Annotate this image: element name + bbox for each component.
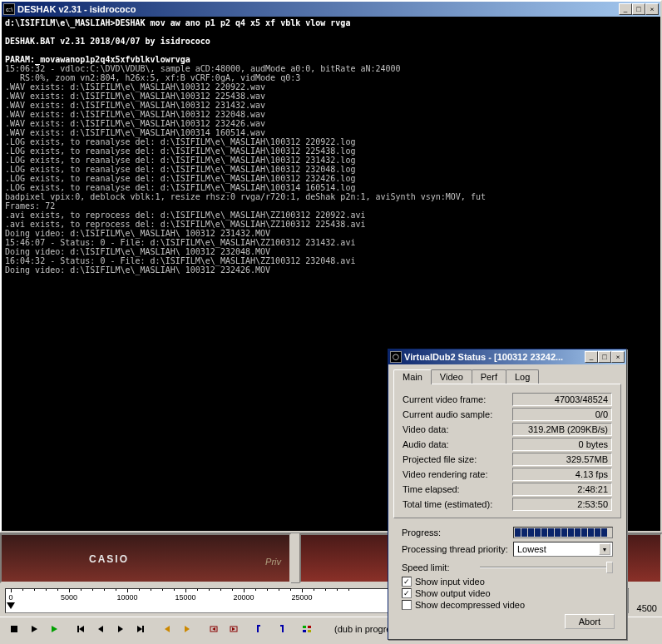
slider-thumb[interactable]: [606, 562, 613, 573]
play-input-button[interactable]: [25, 620, 43, 638]
show-decomp-checkbox[interactable]: [402, 600, 412, 610]
status-label: Time elapsed:: [403, 484, 460, 494]
status-value: 0/0: [512, 408, 612, 421]
status-label: Total time (estimated):: [403, 499, 492, 509]
scene-prev-button[interactable]: [205, 620, 223, 638]
svg-marker-14: [232, 627, 235, 631]
svg-marker-1: [32, 626, 37, 632]
status-value: 4.13 fps: [512, 468, 612, 481]
show-input-label: Show input video: [415, 577, 485, 587]
status-label: Video rendering rate:: [403, 469, 488, 479]
tick-label: 10000: [116, 593, 137, 602]
maximize-button[interactable]: □: [632, 3, 645, 15]
console-titlebar[interactable]: c:\ DESHAK v2.31 - isidrococo _ □ ×: [2, 2, 660, 17]
status-label: Video data:: [403, 424, 448, 434]
priority-label: Processing thread priority:: [402, 544, 508, 554]
priority-dropdown[interactable]: Lowest ▼: [513, 542, 613, 557]
console-title: DESHAK v2.31 - isidrococo: [17, 4, 619, 14]
tab-video[interactable]: Video: [431, 369, 472, 384]
status-lower-panel: Progress: Processing thread priority: Lo…: [393, 523, 621, 617]
stop-button[interactable]: [5, 620, 23, 638]
svg-marker-12: [212, 627, 215, 631]
video-brand-text: CASIO: [89, 553, 129, 565]
abort-button[interactable]: Abort: [565, 614, 615, 629]
status-value: 47003/48524: [512, 393, 612, 406]
status-tabs: Main Video Perf Log: [388, 364, 626, 384]
video-text-fragment: Priv: [265, 557, 281, 567]
speed-label: Speed limit:: [402, 562, 449, 572]
timeline-marker[interactable]: [7, 602, 15, 611]
svg-rect-15: [303, 626, 306, 628]
svg-marker-9: [165, 626, 170, 632]
show-input-checkbox[interactable]: ✓: [402, 577, 412, 587]
tab-perf[interactable]: Perf: [472, 369, 506, 384]
filter-button[interactable]: [298, 620, 316, 638]
show-output-checkbox[interactable]: ✓: [402, 588, 412, 598]
svg-rect-3: [77, 626, 79, 632]
svg-marker-8: [137, 626, 142, 632]
progress-label: Progress:: [402, 528, 441, 537]
svg-marker-2: [52, 626, 57, 632]
status-label: Current audio sample:: [403, 409, 492, 419]
key-prev-button[interactable]: [158, 620, 176, 638]
tab-log[interactable]: Log: [506, 369, 539, 384]
svg-rect-17: [303, 630, 306, 632]
tab-main[interactable]: Main: [393, 369, 432, 384]
mark-in-button[interactable]: [251, 620, 269, 638]
status-value: 2:48:21: [512, 483, 612, 496]
minimize-button[interactable]: _: [619, 3, 632, 15]
scene-next-button[interactable]: [225, 620, 243, 638]
tick-label: 25000: [291, 593, 312, 602]
step-forward-button[interactable]: [111, 620, 130, 638]
tick-label: 15000: [175, 593, 195, 602]
goto-start-button[interactable]: [72, 620, 90, 638]
mark-out-button[interactable]: [271, 620, 289, 638]
svg-rect-0: [11, 626, 17, 632]
status-titlebar[interactable]: ◯ VirtualDub2 Status - [100312 23242... …: [388, 349, 626, 364]
status-value: 319.2MB (209KB/s): [512, 423, 612, 436]
svg-marker-5: [98, 626, 103, 632]
svg-rect-16: [308, 626, 311, 628]
tick-label: 0: [8, 593, 12, 602]
status-label: Audio data:: [403, 439, 449, 449]
show-decomp-label: Show decompressed video: [415, 600, 525, 610]
svg-marker-4: [79, 626, 84, 632]
play-output-button[interactable]: [45, 620, 63, 638]
tick-label: 5000: [61, 593, 77, 602]
tick-label: 20000: [233, 593, 254, 602]
status-label: Current video frame:: [403, 394, 486, 404]
close-button[interactable]: ×: [645, 3, 659, 15]
status-title: VirtualDub2 Status - [100312 23242...: [404, 352, 585, 362]
timeline-end-label: 4500: [637, 603, 657, 613]
status-close-button[interactable]: ×: [611, 351, 625, 363]
virtualdub-icon: ◯: [390, 351, 402, 363]
status-value: 0 bytes: [512, 438, 612, 451]
status-label: Projected file size:: [403, 454, 477, 464]
chevron-down-icon: ▼: [599, 543, 610, 555]
show-output-label: Show output video: [415, 588, 491, 598]
priority-value: Lowest: [517, 544, 546, 554]
status-minimize-button[interactable]: _: [585, 351, 598, 363]
input-video-pane[interactable]: CASIO Priv: [0, 533, 291, 583]
progress-bar: [513, 527, 613, 538]
status-value: 329.57MB: [512, 453, 612, 466]
status-main-panel: Current video frame:47003/48524Current a…: [393, 384, 621, 518]
svg-marker-10: [185, 626, 190, 632]
status-value: 2:53:50: [512, 498, 612, 511]
status-window: ◯ VirtualDub2 Status - [100312 23242... …: [388, 349, 627, 640]
key-next-button[interactable]: [178, 620, 196, 638]
svg-rect-7: [142, 626, 144, 632]
status-maximize-button[interactable]: □: [598, 351, 611, 363]
speed-slider[interactable]: [480, 560, 613, 575]
goto-end-button[interactable]: [131, 620, 150, 638]
svg-marker-6: [118, 626, 123, 632]
svg-rect-18: [308, 630, 311, 632]
cmd-icon: c:\: [3, 3, 15, 15]
step-back-button[interactable]: [91, 620, 110, 638]
